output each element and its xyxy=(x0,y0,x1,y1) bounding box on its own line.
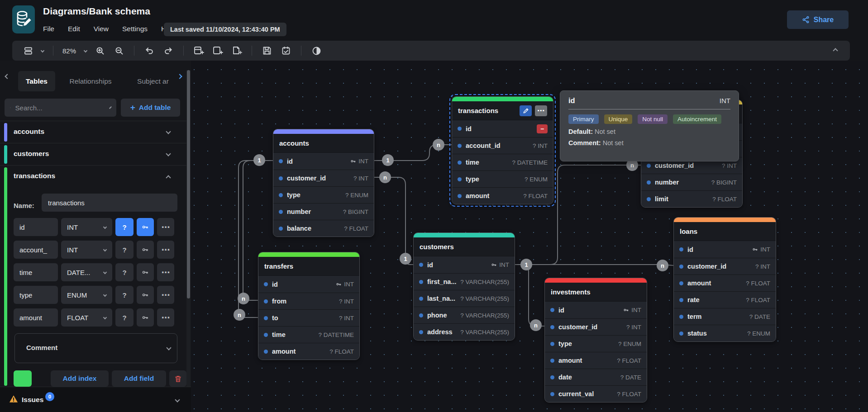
todo-icon[interactable] xyxy=(280,45,292,57)
table-field-row[interactable]: idINT xyxy=(273,153,374,170)
field-name-input[interactable]: account_ xyxy=(14,241,58,259)
table-field-row[interactable]: time? DATETIME xyxy=(258,326,359,343)
table-field-row[interactable]: phone? VARCHAR(255) xyxy=(414,307,515,323)
tab-subject-areas[interactable]: Subject ar xyxy=(130,71,176,91)
table-field-row[interactable]: amount? FLOAT xyxy=(258,343,359,360)
diagram-list-icon[interactable] xyxy=(22,45,34,57)
table-field-row[interactable]: term? DATE xyxy=(674,308,776,325)
table-field-row[interactable]: customer_id? INT xyxy=(674,258,776,275)
edit-table-button[interactable] xyxy=(520,105,532,116)
nullable-toggle[interactable]: ? xyxy=(115,286,134,304)
canvas-table-accounts[interactable]: accounts idINTcustomer_id? INTtype? ENUM… xyxy=(273,129,374,237)
sidebar-table-transactions[interactable]: transactions xyxy=(0,165,186,187)
field-more-button[interactable]: ⋯ xyxy=(157,218,174,236)
canvas-table-loans[interactable]: loans idINTcustomer_id? INTamount? FLOAT… xyxy=(673,217,776,342)
add-field-button[interactable]: Add field xyxy=(112,370,166,387)
table-field-row[interactable]: to? INT xyxy=(258,309,359,326)
table-field-row[interactable]: account_id? INT xyxy=(452,137,553,154)
table-field-row[interactable]: customer_id? INT xyxy=(545,318,647,335)
menu-settings[interactable]: Settings xyxy=(122,25,148,33)
primary-key-toggle[interactable] xyxy=(137,308,154,327)
field-type-select[interactable]: INT xyxy=(61,241,112,259)
table-field-row[interactable]: balance? FLOAT xyxy=(273,220,374,237)
field-type-select[interactable]: DATE... xyxy=(61,263,112,281)
table-field-row[interactable]: number? BIGINT xyxy=(273,203,374,220)
table-field-row[interactable]: number? BIGINT xyxy=(641,174,742,190)
search-dropdown-icon[interactable] xyxy=(109,106,112,109)
primary-key-toggle[interactable] xyxy=(137,286,154,304)
comment-section[interactable]: Comment xyxy=(14,333,177,363)
table-name-input[interactable] xyxy=(42,194,177,212)
nullable-toggle[interactable]: ? xyxy=(115,308,134,327)
table-field-row[interactable]: idINT xyxy=(258,276,359,293)
table-field-row[interactable]: last_na...? VARCHAR(255) xyxy=(414,290,515,307)
sidebar-scrollbar[interactable] xyxy=(186,70,191,387)
search-box[interactable] xyxy=(5,99,116,117)
zoom-out-icon[interactable] xyxy=(113,45,125,57)
add-table-button[interactable]: + Add table xyxy=(121,99,180,117)
table-field-row[interactable]: time? DATETIME xyxy=(452,154,553,170)
table-field-row[interactable]: type? ENUM xyxy=(273,186,374,203)
table-field-row[interactable]: type? ENUM xyxy=(452,170,553,187)
field-name-input[interactable]: type xyxy=(14,286,58,304)
field-type-select[interactable]: INT xyxy=(61,218,112,236)
table-field-row[interactable]: amount? FLOAT xyxy=(545,352,647,369)
table-field-row[interactable]: address? VARCHAR(255) xyxy=(414,323,515,340)
tabs-scroll-left-icon[interactable] xyxy=(5,74,10,79)
table-field-row[interactable]: amount? FLOAT xyxy=(452,187,553,204)
table-field-row[interactable]: date? DATE xyxy=(545,369,647,385)
tab-relationships[interactable]: Relationships xyxy=(63,71,118,91)
collapse-toolbar-icon[interactable] xyxy=(833,48,838,53)
chevron-down-icon[interactable] xyxy=(175,397,180,402)
table-color-swatch[interactable] xyxy=(14,370,32,387)
table-field-row[interactable]: status? ENUM xyxy=(674,325,776,341)
chevron-down-icon[interactable] xyxy=(166,129,171,134)
table-field-row[interactable]: customer_id? INT xyxy=(273,170,374,186)
canvas-table-investments[interactable]: investments idINTcustomer_id? INTtype? E… xyxy=(544,278,647,403)
canvas-table-customers[interactable]: customers idINTfirst_na...? VARCHAR(255)… xyxy=(413,232,515,341)
field-more-button[interactable]: ⋯ xyxy=(157,286,174,304)
add-index-button[interactable]: Add index xyxy=(51,370,109,387)
menu-file[interactable]: File xyxy=(43,25,54,33)
table-field-row[interactable]: from? INT xyxy=(258,293,359,309)
zoom-level[interactable]: 82% xyxy=(62,47,76,55)
field-more-button[interactable]: ⋯ xyxy=(157,263,174,281)
nullable-toggle[interactable]: ? xyxy=(115,218,134,236)
table-field-row[interactable]: id− xyxy=(452,120,553,137)
table-field-row[interactable]: idINT xyxy=(545,302,647,318)
search-input[interactable] xyxy=(15,104,105,112)
table-field-row[interactable]: idINT xyxy=(674,241,776,258)
table-field-row[interactable]: amount? FLOAT xyxy=(674,275,776,291)
sidebar-table-customers[interactable]: customers xyxy=(0,143,186,165)
issues-bar[interactable]: Issues 0 xyxy=(0,387,191,412)
undo-icon[interactable] xyxy=(143,45,155,57)
diagram-list-caret-icon[interactable] xyxy=(41,49,44,52)
canvas-table-transfers[interactable]: transfers idINTfrom? INTto? INTtime? DAT… xyxy=(258,252,360,360)
add-table-icon[interactable] xyxy=(193,45,205,57)
field-name-input[interactable]: amount xyxy=(14,308,58,327)
nullable-toggle[interactable]: ? xyxy=(115,241,134,259)
theme-contrast-icon[interactable] xyxy=(310,45,322,57)
add-note-icon[interactable] xyxy=(231,45,243,57)
share-button[interactable]: Share xyxy=(787,10,849,29)
primary-key-toggle[interactable] xyxy=(137,241,154,259)
delete-field-button[interactable]: − xyxy=(537,124,548,133)
table-field-row[interactable]: first_na...? VARCHAR(255) xyxy=(414,273,515,290)
add-area-icon[interactable] xyxy=(212,45,224,57)
zoom-in-icon[interactable] xyxy=(94,45,106,57)
sidebar-table-accounts[interactable]: accounts xyxy=(0,121,186,143)
field-type-select[interactable]: ENUM xyxy=(61,286,112,304)
nullable-toggle[interactable]: ? xyxy=(115,263,134,281)
field-name-input[interactable]: id xyxy=(14,218,58,236)
table-field-row[interactable]: rate? FLOAT xyxy=(674,291,776,308)
zoom-caret-icon[interactable] xyxy=(84,49,87,52)
app-logo[interactable] xyxy=(12,5,35,33)
field-more-button[interactable]: ⋯ xyxy=(157,241,174,259)
canvas-table-transactions[interactable]: transactions ⋯ id−account_id? INTtime? D… xyxy=(452,96,553,204)
menu-view[interactable]: View xyxy=(94,25,109,33)
table-field-row[interactable]: idINT xyxy=(414,256,515,273)
field-type-select[interactable]: FLOAT xyxy=(61,308,112,327)
table-field-row[interactable]: type? ENUM xyxy=(545,335,647,352)
tab-tables[interactable]: Tables xyxy=(18,71,55,91)
primary-key-toggle[interactable] xyxy=(137,263,154,281)
